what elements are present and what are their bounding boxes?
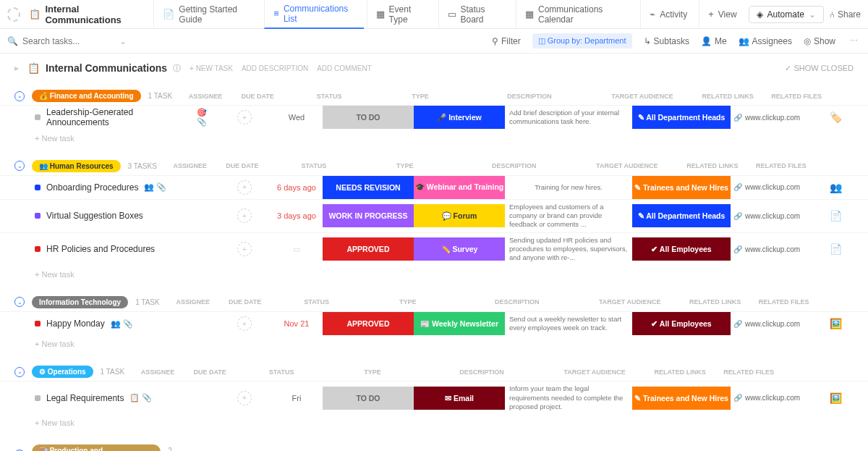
share-button[interactable]: ⑃ Share [830, 9, 861, 20]
assignee-cell[interactable]: + [218, 208, 271, 223]
add-assignee-icon[interactable]: + [237, 316, 252, 331]
collapse-icon[interactable]: ⌄ [14, 161, 25, 171]
audience-cell[interactable]: ✎ All Department Heads [632, 106, 731, 129]
type-cell[interactable]: 🎓 Webinar and Training [414, 176, 505, 199]
tab-6[interactable]: +View [699, 0, 745, 29]
add-assignee-icon[interactable]: + [237, 180, 252, 195]
tab-5[interactable]: ⌁Activity [640, 0, 696, 29]
due-date-cell[interactable]: Wed [271, 113, 323, 122]
assignee-cell[interactable]: + [218, 110, 271, 125]
link-cell[interactable]: 🔗www.clickup.com [731, 394, 803, 402]
task-name[interactable]: Happy Monday [46, 319, 105, 329]
due-date-cell[interactable]: Nov 21 [271, 319, 323, 328]
subtasks-button[interactable]: ↳ Subtasks [644, 36, 689, 46]
new-task-button[interactable]: + New task [0, 266, 868, 283]
add-assignee-icon[interactable]: + [237, 110, 252, 125]
audience-cell[interactable]: ✎ Trainees and New Hires [632, 176, 731, 199]
tab-0[interactable]: 📄Getting Started Guide [153, 0, 261, 29]
due-date-cell[interactable]: ▭ [271, 245, 323, 254]
group-label[interactable]: ⚙ Operations [32, 366, 93, 378]
group-label[interactable]: 👥 Human Resources [32, 160, 121, 172]
link-cell[interactable]: 🔗www.clickup.com [731, 114, 803, 122]
assignee-cell[interactable]: + [218, 242, 271, 256]
more-icon[interactable]: ⋯ [847, 36, 861, 46]
me-button[interactable]: 👤 Me [701, 36, 727, 46]
collapse-icon[interactable]: ▸ [14, 63, 19, 73]
audience-cell[interactable]: ✎ Trainees and New Hires [632, 387, 731, 410]
task-name[interactable]: Legal Requirements [46, 393, 124, 403]
search[interactable]: 🔍 ⌄ [7, 36, 492, 46]
task-row[interactable]: Leadership-Generated Announcements🎯 📎+We… [0, 105, 868, 130]
page-title[interactable]: 📋 Internal Communications [23, 4, 150, 25]
add-assignee-icon[interactable]: + [237, 391, 252, 405]
due-date-cell[interactable]: 6 days ago [271, 183, 323, 192]
status-cell[interactable]: APPROVED [323, 312, 414, 335]
new-task-button[interactable]: + New task [0, 414, 868, 431]
type-cell[interactable]: 💬 Forum [414, 204, 505, 227]
add-assignee-icon[interactable]: + [237, 208, 252, 223]
list-title[interactable]: 📋 Internal Communications ⓘ [27, 62, 181, 74]
task-name[interactable]: Onboarding Procedures [46, 182, 138, 193]
group-label[interactable]: 🏭 Production and Manufacturing [32, 444, 161, 451]
group-label[interactable]: Information Technology [32, 296, 128, 308]
type-cell[interactable]: 📰 Weekly Newsletter [414, 312, 505, 335]
collapse-icon[interactable]: ⌄ [14, 367, 25, 377]
audience-cell[interactable]: ✔ All Employees [632, 312, 731, 335]
tab-3[interactable]: ▭Status Board [438, 0, 513, 29]
file-cell[interactable]: 📄 [803, 243, 868, 255]
search-input[interactable] [22, 36, 109, 46]
info-icon[interactable]: ⓘ [173, 63, 181, 74]
file-cell[interactable]: 👥 [803, 182, 868, 193]
status-cell[interactable]: WORK IN PROGRESS [323, 204, 414, 227]
status-cell[interactable]: TO DO [323, 106, 414, 129]
collapse-icon[interactable]: ⌄ [14, 297, 25, 307]
task-row[interactable]: Happy Monday👥 📎+Nov 21APPROVED📰 Weekly N… [0, 311, 868, 336]
assignee-cell[interactable]: + [218, 180, 271, 195]
type-cell[interactable]: ✏️ Survey [414, 237, 505, 261]
assignees-button[interactable]: 👥 Assignees [739, 36, 792, 46]
new-task-button[interactable]: + NEW TASK [190, 64, 233, 72]
tab-1[interactable]: ≡Communications List [264, 0, 363, 29]
task-row[interactable]: Onboarding Procedures👥 📎+6 days agoNEEDS… [0, 175, 868, 199]
file-cell[interactable]: 🏷️ [803, 111, 868, 123]
collapse-icon[interactable]: ⌄ [14, 91, 25, 101]
assignee-cell[interactable]: + [218, 316, 271, 331]
add-assignee-icon[interactable]: + [237, 242, 252, 256]
show-button[interactable]: ◎ Show [804, 36, 835, 46]
add-description-button[interactable]: ADD DESCRIPTION [242, 64, 308, 72]
add-comment-button[interactable]: ADD COMMENT [317, 64, 372, 72]
type-cell[interactable]: 🎤 Interview [414, 106, 505, 129]
file-cell[interactable]: 🖼️ [803, 392, 868, 404]
task-name[interactable]: HR Policies and Procedures [46, 244, 155, 254]
audience-cell[interactable]: ✔ All Employees [632, 237, 731, 261]
new-task-button[interactable]: + New task [0, 335, 868, 353]
link-cell[interactable]: 🔗www.clickup.com [731, 183, 803, 191]
workspace-icon[interactable] [7, 7, 20, 22]
link-cell[interactable]: 🔗www.clickup.com [731, 320, 803, 328]
group-by-button[interactable]: ◫ Group by: Department [532, 33, 632, 49]
due-date-cell[interactable]: 3 days ago [271, 211, 323, 220]
status-cell[interactable]: TO DO [323, 387, 414, 410]
task-row[interactable]: Virtual Suggestion Boxes+3 days agoWORK … [0, 199, 868, 232]
assignee-cell[interactable]: + [218, 391, 271, 405]
automate-button[interactable]: ◈ Automate ⌄ [749, 6, 824, 23]
due-date-cell[interactable]: Fri [271, 394, 323, 402]
chevron-down-icon[interactable]: ⌄ [119, 36, 127, 46]
task-name[interactable]: Virtual Suggestion Boxes [46, 211, 143, 221]
new-task-button[interactable]: + New task [0, 130, 868, 147]
link-cell[interactable]: 🔗www.clickup.com [731, 212, 803, 220]
status-cell[interactable]: NEEDS REVISION [323, 176, 414, 199]
status-cell[interactable]: APPROVED [323, 237, 414, 261]
file-cell[interactable]: 📄 [803, 210, 868, 222]
task-row[interactable]: Legal Requirements📋 📎+FriTO DO✉ EmailInf… [0, 381, 868, 414]
audience-cell[interactable]: ✎ All Department Heads [632, 204, 731, 227]
file-cell[interactable]: 🖼️ [803, 318, 868, 329]
task-row[interactable]: HR Policies and Procedures+▭APPROVED✏️ S… [0, 232, 868, 266]
task-name[interactable]: Leadership-Generated Announcements [46, 107, 191, 127]
link-cell[interactable]: 🔗www.clickup.com [731, 245, 803, 253]
tab-4[interactable]: ▦Communications Calendar [516, 0, 637, 29]
tab-2[interactable]: ▦Event Type [367, 0, 435, 29]
show-closed-button[interactable]: ✓ SHOW CLOSED [785, 64, 854, 73]
type-cell[interactable]: ✉ Email [414, 387, 505, 410]
group-label[interactable]: 💰 Finance and Accounting [32, 90, 141, 102]
